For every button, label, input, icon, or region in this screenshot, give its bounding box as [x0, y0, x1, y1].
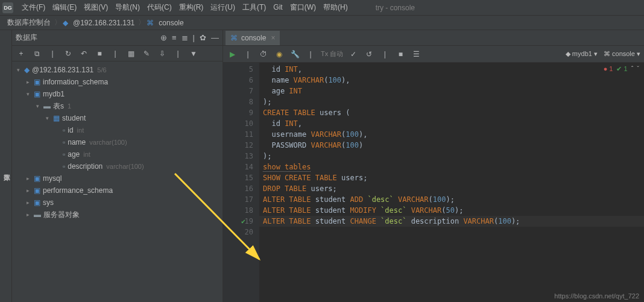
stop-icon[interactable]: ■ [395, 50, 406, 58]
database-tree: ▾◆@192.168.231.1315/6▸▣information_schem… [12, 61, 223, 302]
code-line[interactable]: CREATE TABLE users ( [259, 107, 644, 118]
divider: | [47, 49, 58, 58]
sidebar-title: 数据库 [16, 33, 37, 43]
menu-item[interactable]: 帮助(H) [320, 3, 352, 11]
menu-item[interactable]: Git [270, 3, 286, 11]
tree-row[interactable]: ▾▦student [12, 112, 223, 124]
console-icon: ⌘ [230, 34, 238, 42]
target-icon[interactable]: ⊕ [160, 33, 167, 42]
explain-icon[interactable]: ◉ [274, 50, 285, 58]
code-line[interactable]: PASSWORD VARCHAR(100) [259, 140, 644, 151]
code-line[interactable]: ALTER TABLE student CHANGE `desc` descri… [259, 216, 644, 227]
tree-row[interactable]: ▾▬表s1 [12, 100, 223, 112]
divider: | [242, 50, 253, 58]
code-line[interactable]: ALTER TABLE student ADD `desc` VARCHAR(1… [259, 194, 644, 205]
breadcrumb: 数据库控制台 〉 ◆ @192.168.231.131 〉 ⌘ console [0, 16, 644, 30]
tx-mode-label[interactable]: Tx 自动 [321, 49, 343, 58]
code-line[interactable]: ); [259, 151, 644, 162]
copy-icon[interactable]: ⧉ [31, 49, 42, 58]
tree-row[interactable]: ▫descriptionvarchar(100) [12, 160, 223, 172]
divider: | [305, 50, 316, 58]
code-line[interactable]: id INT, [259, 118, 644, 129]
divider: | [379, 50, 390, 58]
chevron-down-icon[interactable]: ˇ [637, 65, 639, 73]
breadcrumb-root[interactable]: 数据库控制台 [5, 17, 53, 28]
code-line[interactable]: id INT, [259, 64, 644, 75]
chevron-right-icon: 〉 [53, 17, 63, 28]
tree-row[interactable]: ▸▣sys [12, 197, 223, 209]
code-line[interactable]: show tables [259, 162, 644, 172]
menu-item[interactable]: 工具(T) [239, 3, 270, 11]
refresh-icon[interactable]: ↻ [63, 49, 74, 58]
stop-icon[interactable]: ■ [94, 49, 105, 58]
gear-icon[interactable]: ✿ [200, 33, 206, 42]
divider: | [172, 49, 183, 58]
error-badge: ● 1 [604, 65, 613, 73]
code-line[interactable] [259, 227, 644, 238]
code-line[interactable]: DROP TABLE users; [259, 183, 644, 194]
tree-row[interactable]: ▫idint [12, 124, 223, 136]
line-gutter: 5678910111213141516171819✔20 [223, 63, 259, 302]
window-title: try - console [376, 4, 415, 12]
hide-icon[interactable]: — [211, 33, 219, 42]
code-line[interactable]: username VARCHAR(100), [259, 129, 644, 140]
code-line[interactable]: age INT [259, 86, 644, 96]
menu-item[interactable]: 文件(F) [18, 3, 49, 11]
menu-item[interactable]: 窗口(W) [286, 3, 320, 11]
run-icon[interactable]: ▶ [227, 50, 238, 58]
breadcrumb-file[interactable]: console [156, 19, 186, 27]
chevron-right-icon: 〉 [137, 17, 147, 28]
schema-chip[interactable]: ◆ mydb1 ▾ [566, 50, 598, 58]
filter-icon[interactable]: ▼ [188, 49, 199, 58]
menu-item[interactable]: 导航(N) [112, 3, 144, 11]
menu-item[interactable]: 重构(R) [175, 3, 207, 11]
add-icon[interactable]: + [16, 49, 27, 58]
console-chip[interactable]: ⌘ console ▾ [604, 50, 640, 58]
menu-item[interactable]: 视图(V) [80, 3, 112, 11]
tree-row[interactable]: ▸▣performance_schema [12, 184, 223, 197]
commit-icon[interactable]: ✓ [348, 50, 359, 58]
code-line[interactable]: ); [259, 96, 644, 107]
tree-row[interactable]: ▫namevarchar(100) [12, 136, 223, 148]
code-area[interactable]: ● 1 ✔ 1 ˆ ˇ 5678910111213141516171819✔20… [223, 63, 644, 302]
rollback-icon[interactable]: ↺ [364, 50, 374, 58]
file-tab[interactable]: ⌘ console × [226, 31, 280, 45]
divider: | [110, 49, 121, 58]
wrench-icon[interactable]: 🔧 [289, 50, 300, 58]
code-editor[interactable]: id INT, name VARCHAR(100), age INT);CREA… [259, 63, 644, 302]
expand-icon[interactable]: ≣ [182, 33, 188, 42]
menu-item[interactable]: 编辑(E) [49, 3, 80, 11]
app-logo: DG [2, 2, 13, 13]
console-icon: ⌘ [147, 19, 154, 27]
tree-row[interactable]: ▸▬服务器对象 [12, 209, 223, 221]
editor-tab-bar: ⌘ console × [223, 30, 644, 46]
close-icon[interactable]: × [271, 34, 275, 42]
divider: | [193, 33, 195, 42]
database-sidebar: 数据库 ⊕ ≡ ≣ | ✿ — + ⧉ | ↻ ↶ ■ | ▦ ✎ ⇩ | ▼ … [12, 30, 223, 302]
collapse-icon[interactable]: ≡ [172, 33, 177, 42]
menu-item[interactable]: 运行(U) [207, 3, 239, 11]
file-tab-label: console [241, 34, 266, 42]
code-line[interactable]: SHOW CREATE TABLE users; [259, 172, 644, 183]
table-icon[interactable]: ▦ [125, 49, 136, 58]
rollback-icon[interactable]: ↶ [78, 49, 89, 58]
tree-row[interactable]: ▫ageint [12, 148, 223, 160]
history-icon[interactable]: ⏱ [258, 50, 269, 58]
tree-row[interactable]: ▾▣mydb1 [12, 88, 223, 100]
watermark: https://blog.csdn.net/qyt_722 [554, 292, 639, 300]
inspection-widget[interactable]: ● 1 ✔ 1 ˆ ˇ [604, 65, 639, 73]
code-line[interactable]: name VARCHAR(100), [259, 75, 644, 86]
menu-item[interactable]: 代码(C) [144, 3, 175, 11]
tree-row[interactable]: ▸▣information_schema [12, 76, 223, 88]
edit-icon[interactable]: ✎ [141, 49, 152, 58]
database-icon: ◆ [63, 19, 68, 27]
down-icon[interactable]: ⇩ [157, 49, 168, 58]
tree-row[interactable]: ▸▣mysql [12, 172, 223, 184]
tree-row[interactable]: ▾◆@192.168.231.1315/6 [12, 64, 223, 76]
format-icon[interactable]: ☰ [411, 50, 421, 58]
sidebar-tab-database[interactable]: 数据库 [0, 30, 12, 302]
breadcrumb-conn[interactable]: @192.168.231.131 [71, 19, 137, 27]
main-menu-bar: DG 文件(F)编辑(E)视图(V)导航(N)代码(C)重构(R)运行(U)工具… [0, 0, 644, 16]
code-line[interactable]: ALTER TABLE student MODIFY `desc` VARCHA… [259, 205, 644, 216]
chevron-up-icon[interactable]: ˆ [631, 65, 634, 73]
